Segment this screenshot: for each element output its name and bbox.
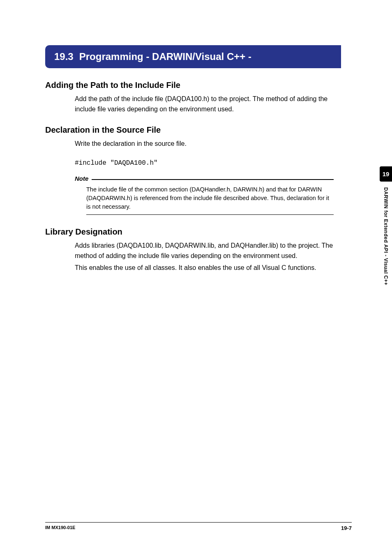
note-label: Note: [75, 175, 88, 182]
chapter-tab: 19: [380, 166, 392, 182]
code-include: #include "DAQDA100.h": [75, 159, 363, 167]
note-block: Note The include file of the common sect…: [75, 175, 334, 215]
body-declaration: Write the declaration in the source file…: [75, 139, 346, 149]
footer-page-number: 19-7: [341, 525, 352, 531]
note-text: The include file of the common section (…: [86, 185, 334, 215]
page-footer: IM MX190-01E 19-7: [45, 522, 352, 531]
note-rule: [92, 179, 334, 180]
chapter-tab-label: DARWIN for Extended API - Visual C++: [383, 187, 389, 286]
heading-library: Library Designation: [45, 227, 363, 237]
body-library-2: This enables the use of all classes. It …: [75, 263, 346, 273]
note-header: Note: [75, 175, 334, 182]
section-banner: 19.3Programming - DARWIN/Visual C++ -: [45, 45, 341, 68]
heading-declaration: Declaration in the Source File: [45, 125, 363, 135]
section-number: 19.3: [54, 51, 74, 62]
heading-include-path: Adding the Path to the Include File: [45, 81, 363, 90]
body-include-path: Add the path of the include file (DAQDA1…: [75, 94, 346, 115]
body-library-1: Adds libraries (DAQDA100.lib, DAQDARWIN.…: [75, 241, 346, 261]
footer-doc-id: IM MX190-01E: [45, 525, 75, 531]
section-title: Programming - DARWIN/Visual C++ -: [79, 51, 251, 62]
side-tab: 19 DARWIN for Extended API - Visual C++: [380, 166, 392, 286]
